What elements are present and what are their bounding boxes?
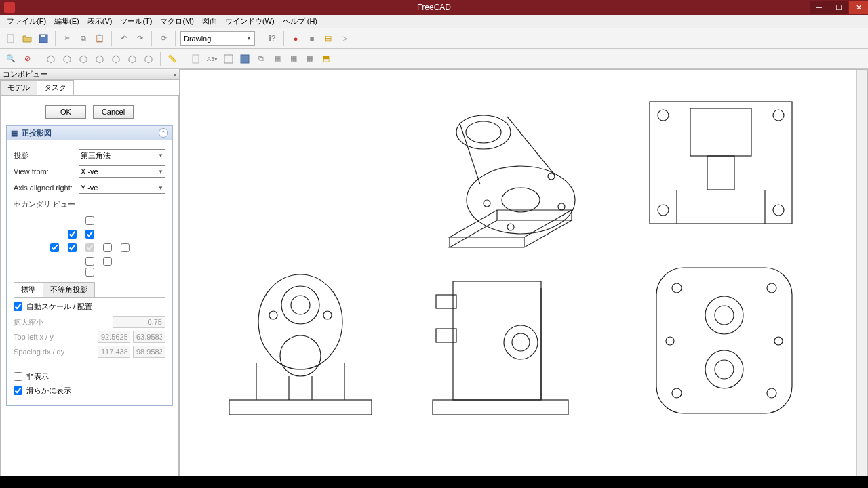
- view-cb-2-3[interactable]: [103, 243, 112, 252]
- menubar: ファイル(F) 編集(E) 表示(V) ツール(T) マクロ(M) 図面 ウイン…: [0, 15, 868, 28]
- svg-point-52: [767, 283, 776, 293]
- svg-point-32: [291, 296, 310, 314]
- clip-icon[interactable]: ▦: [287, 52, 300, 66]
- draw-style-icon[interactable]: ⊘: [20, 52, 34, 66]
- menu-tools[interactable]: ツール(T): [116, 15, 156, 28]
- hidden-checkbox[interactable]: [14, 372, 22, 381]
- collapse-icon[interactable]: ˄: [159, 128, 168, 138]
- symbol-icon[interactable]: ⬒: [319, 52, 333, 66]
- view-cb-4-2[interactable]: [85, 268, 94, 277]
- svg-point-23: [658, 110, 669, 121]
- bottom-icon[interactable]: [125, 52, 139, 66]
- iso-icon[interactable]: [44, 52, 58, 66]
- drawing-viewport[interactable]: [180, 69, 868, 488]
- svg-point-48: [715, 306, 734, 325]
- ortho-icon[interactable]: [238, 52, 252, 66]
- svg-point-51: [672, 283, 682, 293]
- svg-point-31: [281, 286, 319, 324]
- right-icon[interactable]: [93, 52, 106, 66]
- svg-point-53: [672, 388, 682, 398]
- cut-icon[interactable]: ✂: [60, 32, 74, 45]
- menu-window[interactable]: ウインドウ(W): [221, 15, 279, 28]
- export-page-icon[interactable]: ▦: [303, 52, 317, 66]
- open-browser-icon[interactable]: ⧉: [254, 52, 268, 66]
- view-cb-2-4[interactable]: [121, 243, 130, 252]
- toolbar-main: ✂ ⧉ 📋 ↶ ↷ ⟳ Drawing ▼ ℹ? ● ■ ▤ ▷: [0, 28, 868, 49]
- tab-task[interactable]: タスク: [37, 80, 74, 95]
- section-title: 正投影図: [22, 128, 52, 138]
- front-icon[interactable]: [60, 52, 74, 66]
- left-icon[interactable]: [142, 52, 155, 66]
- minimize-button[interactable]: ─: [810, 1, 829, 14]
- projection-select[interactable]: 第三角法▼: [79, 149, 165, 161]
- zoom-fit-icon[interactable]: 🔍: [4, 52, 18, 66]
- bottom-black-bar: [0, 476, 868, 488]
- view-cb-2-1[interactable]: [68, 243, 77, 252]
- open-icon[interactable]: [20, 32, 34, 45]
- tab-model[interactable]: モデル: [0, 80, 37, 95]
- maximize-button[interactable]: ☐: [829, 1, 848, 14]
- whatsthis-icon[interactable]: ℹ?: [265, 32, 279, 45]
- measure-icon[interactable]: 📏: [165, 52, 179, 66]
- projection-icon: ▦: [11, 129, 18, 138]
- menu-file[interactable]: ファイル(F): [3, 15, 50, 28]
- cancel-button[interactable]: Cancel: [93, 105, 134, 119]
- menu-macro[interactable]: マクロ(M): [156, 15, 198, 28]
- svg-rect-5: [241, 55, 249, 63]
- paste-icon[interactable]: 📋: [93, 32, 106, 45]
- orthographic-section-header[interactable]: ▦ 正投影図 ˄: [6, 125, 173, 140]
- save-icon[interactable]: [37, 32, 50, 45]
- svg-point-8: [456, 115, 511, 149]
- view-cb-1-2[interactable]: [85, 230, 94, 239]
- undo-icon[interactable]: ↶: [117, 32, 130, 45]
- record-icon[interactable]: ●: [289, 32, 302, 45]
- view-cb-3-3[interactable]: [103, 257, 112, 266]
- svg-rect-0: [7, 35, 14, 43]
- autoscale-checkbox[interactable]: [14, 302, 22, 311]
- scale-label: 拡大縮小: [14, 317, 75, 327]
- execute-icon[interactable]: ▷: [338, 32, 351, 45]
- vertical-scrollbar[interactable]: [856, 70, 867, 476]
- redo-icon[interactable]: ↷: [133, 32, 146, 45]
- svg-point-6: [467, 166, 575, 234]
- svg-rect-41: [453, 281, 541, 400]
- top-icon[interactable]: [77, 52, 90, 66]
- copy-icon[interactable]: ⧉: [77, 32, 90, 45]
- svg-point-19: [484, 200, 490, 207]
- view-cb-2-0[interactable]: [50, 243, 59, 252]
- rear-icon[interactable]: [109, 52, 123, 66]
- toolbar-view: 🔍 ⊘ 📏 A3▾ ⧉ ▦ ▦ ▦ ⬒: [0, 49, 868, 69]
- viewfrom-select[interactable]: X -ve▼: [79, 165, 165, 178]
- smooth-checkbox[interactable]: [14, 386, 22, 395]
- menu-drawing[interactable]: 図面: [198, 15, 221, 28]
- ok-button[interactable]: OK: [45, 105, 86, 119]
- annotation-icon[interactable]: ▦: [271, 52, 284, 66]
- menu-view[interactable]: 表示(V): [83, 15, 117, 28]
- topleft-x-input: [98, 331, 130, 343]
- axis-select[interactable]: Y -ve▼: [79, 182, 165, 194]
- subtab-axonometric[interactable]: 不等角投影: [43, 282, 95, 297]
- insert-view-icon[interactable]: [222, 52, 235, 66]
- menu-edit[interactable]: 編集(E): [50, 15, 83, 28]
- workbench-selector[interactable]: Drawing ▼: [180, 31, 255, 46]
- panel-dock-icon[interactable]: ▫: [174, 70, 176, 79]
- svg-rect-3: [193, 55, 199, 63]
- svg-point-43: [512, 333, 530, 351]
- view-cb-3-2[interactable]: [85, 257, 94, 266]
- spacing-dx-input: [98, 346, 130, 358]
- page-icon[interactable]: [189, 52, 203, 66]
- svg-point-50: [715, 360, 734, 379]
- menu-help[interactable]: ヘルプ (H): [279, 15, 321, 28]
- stop-icon[interactable]: ■: [305, 32, 319, 45]
- svg-point-42: [504, 325, 538, 359]
- view-cb-1-1[interactable]: [68, 230, 77, 239]
- svg-point-54: [767, 388, 776, 398]
- refresh-icon[interactable]: ⟳: [157, 32, 170, 45]
- view-cb-0-2[interactable]: [85, 216, 94, 225]
- svg-rect-4: [224, 55, 233, 63]
- macros-icon[interactable]: ▤: [321, 32, 335, 45]
- close-button[interactable]: ✕: [849, 1, 868, 14]
- new-icon[interactable]: [4, 32, 18, 45]
- subtab-standard[interactable]: 標準: [14, 282, 43, 297]
- a3-page-icon[interactable]: A3▾: [205, 52, 219, 66]
